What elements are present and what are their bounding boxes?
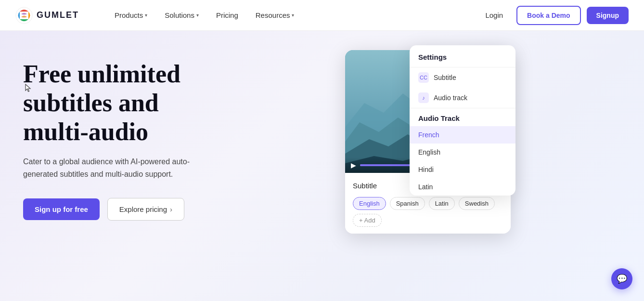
hero-heading: Free unlimited subtitles and multi-audio	[23, 60, 225, 146]
settings-subtitle-item[interactable]: CC Subtitle	[410, 67, 515, 88]
hero-copy: Free unlimited subtitles and multi-audio…	[23, 50, 225, 221]
hero-section: Free unlimited subtitles and multi-audio…	[0, 31, 644, 301]
logo-text: GUMLET	[37, 10, 79, 20]
signup-free-button[interactable]: Sign up for free	[23, 198, 100, 220]
video-wrapper: ⏸ ▶ ⚙ Subtitle	[345, 50, 511, 234]
login-button[interactable]: Login	[477, 7, 511, 23]
settings-panel: Settings CC Subtitle ♪ Audio track Audio…	[410, 45, 515, 196]
audio-option-hindi[interactable]: Hindi	[410, 161, 515, 178]
nav-resources[interactable]: Resources ▾	[249, 7, 301, 23]
nav-products[interactable]: Products ▾	[108, 7, 154, 23]
audio-track-settings-label: Audio track	[434, 94, 467, 102]
navbar: GUMLET Products ▾ Solutions ▾ Pricing Re…	[0, 0, 644, 31]
explore-pricing-button[interactable]: Explore pricing ›	[107, 198, 184, 221]
nav-links: Products ▾ Solutions ▾ Pricing Resources…	[108, 7, 477, 23]
lang-tag-english[interactable]: English	[353, 197, 386, 210]
logo[interactable]: GUMLET	[15, 7, 79, 24]
lang-tag-spanish[interactable]: Spanish	[390, 197, 425, 210]
subtitle-settings-label: Subtitle	[434, 74, 456, 81]
nav-pricing[interactable]: Pricing	[209, 7, 245, 23]
chat-bubble-button[interactable]: 💬	[611, 268, 632, 289]
products-chevron-icon: ▾	[145, 13, 147, 18]
audio-track-settings-icon: ♪	[418, 92, 429, 103]
nav-solutions[interactable]: Solutions ▾	[158, 7, 206, 23]
play-icon[interactable]: ▶	[351, 161, 356, 169]
subtitle-label: Subtitle	[353, 182, 377, 190]
audio-track-section-header: Audio Track	[410, 108, 515, 126]
hero-visual: ⏸ ▶ ⚙ Subtitle	[225, 50, 621, 234]
hero-buttons: Sign up for free Explore pricing ›	[23, 198, 225, 221]
hero-subtext: Cater to a global audience with AI-power…	[23, 156, 196, 180]
solutions-chevron-icon: ▾	[196, 13, 199, 18]
resources-chevron-icon: ▾	[292, 13, 294, 18]
subtitle-settings-icon: CC	[418, 72, 429, 83]
settings-audio-item[interactable]: ♪ Audio track	[410, 88, 515, 108]
book-demo-button[interactable]: Book a Demo	[516, 6, 580, 25]
audio-option-english[interactable]: English	[410, 144, 515, 161]
lang-tag-latin[interactable]: Latin	[429, 197, 455, 210]
language-tags: English Spanish Latin Swedish + Add	[353, 197, 503, 227]
audio-option-latin[interactable]: Latin	[410, 178, 515, 196]
arrow-right-icon: ›	[170, 205, 172, 213]
lang-tag-swedish[interactable]: Swedish	[459, 197, 495, 210]
add-language-button[interactable]: + Add	[353, 214, 382, 227]
logo-icon	[15, 7, 33, 24]
settings-header: Settings	[410, 45, 515, 67]
nav-right: Login Book a Demo Signup	[477, 6, 629, 25]
audio-option-french[interactable]: French	[410, 126, 515, 144]
signup-button[interactable]: Signup	[587, 7, 629, 24]
chat-icon: 💬	[617, 274, 627, 284]
